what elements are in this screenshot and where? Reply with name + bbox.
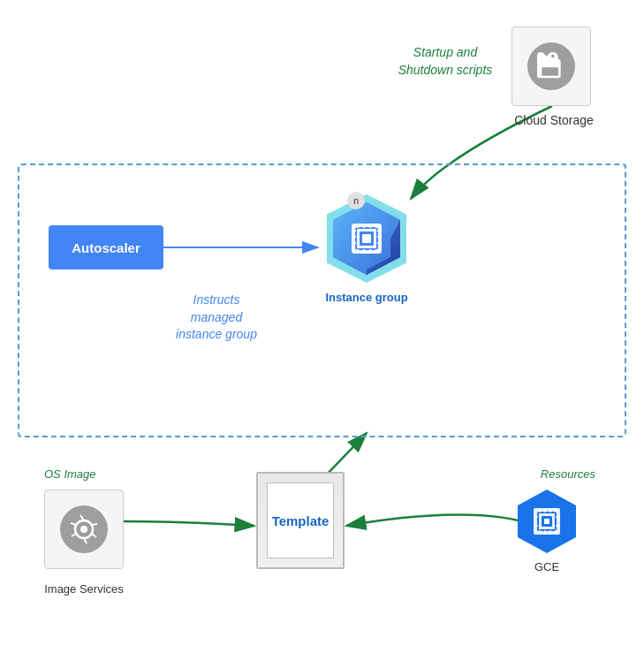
storage-icon (537, 52, 565, 80)
autoscaler-box: Autoscaler (49, 225, 163, 270)
cloud-storage-icon (527, 42, 575, 90)
cloud-storage-box (511, 27, 591, 106)
instance-group-container: Instance group (305, 190, 428, 327)
svg-line-34 (71, 523, 76, 525)
instance-hex-svg (318, 190, 415, 287)
n-badge: n (347, 192, 365, 209)
image-services-label: Image Services (27, 582, 141, 596)
svg-line-30 (92, 524, 97, 525)
os-image-label: OS Image (44, 467, 96, 481)
svg-line-31 (92, 534, 96, 537)
image-services-box (44, 490, 124, 569)
instructs-label: Instructs managed instance group (172, 292, 261, 344)
instance-group-label: Instance group (325, 291, 407, 304)
svg-rect-39 (544, 519, 549, 524)
cloud-storage-label: Cloud Storage (510, 113, 598, 127)
resources-label: Resources (541, 467, 595, 481)
template-inner: Template (267, 482, 334, 558)
gce-icon (511, 486, 582, 557)
autoscaler-label: Autoscaler (72, 240, 140, 255)
gce-container: GCE (507, 486, 587, 573)
instance-group-icon (318, 190, 415, 287)
template-label: Template (272, 513, 330, 528)
gce-label: GCE (534, 560, 559, 573)
camera-icon (67, 513, 101, 546)
image-services-icon (60, 505, 108, 553)
diagram: Cloud Storage Startup and Shutdown scrip… (0, 0, 644, 653)
svg-line-33 (72, 534, 76, 536)
startup-shutdown-label: Startup and Shutdown scripts (392, 44, 498, 79)
svg-rect-26 (362, 234, 371, 243)
template-box: Template (256, 472, 345, 569)
svg-point-28 (80, 526, 87, 533)
